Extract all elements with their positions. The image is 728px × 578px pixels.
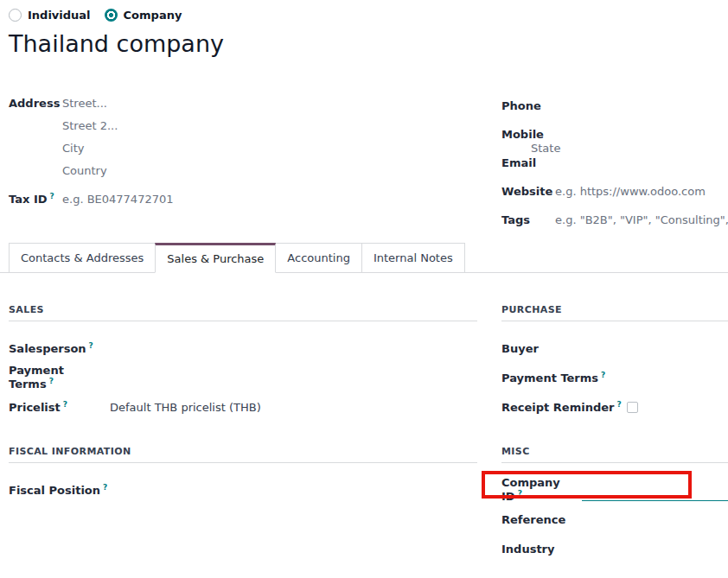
buyer-label: Buyer (501, 342, 539, 355)
pricelist-help-icon: ? (63, 400, 67, 409)
company-radio-icon[interactable] (105, 9, 118, 22)
tags-label: Tags (501, 213, 555, 226)
partner-form: Individual Company Thailand company Addr… (0, 0, 728, 578)
tab-contacts-addresses[interactable]: Contacts & Addresses (9, 243, 156, 273)
email-row: Email (501, 149, 728, 177)
salesperson-help-icon: ? (89, 341, 93, 350)
tab-accounting[interactable]: Accounting (275, 243, 362, 273)
tax-id-label: Tax ID? (9, 192, 62, 206)
salesperson-input[interactable] (110, 342, 477, 355)
purchase-payment-terms-row: Payment Terms? (501, 363, 728, 392)
industry-row: Industry (501, 534, 728, 563)
reference-input[interactable] (565, 513, 728, 526)
pricelist-input[interactable] (110, 401, 477, 414)
individual-radio-icon[interactable] (9, 9, 22, 22)
sales-section-header: SALES (9, 304, 477, 321)
mobile-label: Mobile (501, 128, 555, 141)
street-input[interactable] (62, 97, 477, 110)
website-input[interactable] (555, 185, 728, 198)
company-radio-option[interactable]: Company (105, 9, 182, 22)
fiscal-information-section: FISCAL INFORMATION Fiscal Position? (9, 446, 477, 505)
phone-input[interactable] (555, 99, 728, 112)
salesperson-label: Salesperson? (9, 341, 110, 355)
street-row: Address (9, 92, 477, 114)
sales-payment-terms-row: Payment Terms? (9, 363, 477, 392)
purchase-payment-terms-label: Payment Terms? (501, 371, 605, 384)
company-radio-label[interactable]: Company (124, 9, 182, 22)
country-input[interactable] (62, 164, 477, 177)
misc-section: MISC Company ID? Reference Industry (501, 446, 728, 563)
company-id-row: Company ID? (501, 475, 728, 505)
sales-payment-terms-input[interactable] (110, 372, 477, 384)
sales-section: SALES Salesperson? Payment Terms? Pricel… (9, 304, 477, 422)
website-label: Website (501, 185, 555, 198)
reference-label: Reference (501, 513, 565, 526)
email-input[interactable] (555, 156, 728, 169)
tax-id-help-icon: ? (50, 192, 54, 200)
company-type-radio-group: Individual Company (9, 9, 182, 22)
buyer-input[interactable] (539, 342, 728, 355)
reference-row: Reference (501, 505, 728, 534)
tax-id-row: Tax ID? (9, 187, 477, 210)
pricelist-label: Pricelist? (9, 400, 110, 414)
individual-radio-label[interactable]: Individual (28, 9, 91, 22)
receipt-reminder-row: Receipt Reminder? (501, 392, 728, 422)
street2-row (9, 114, 477, 137)
industry-input[interactable] (555, 543, 728, 556)
sales-payment-terms-label: Payment Terms? (9, 364, 110, 391)
company-id-help-icon: ? (518, 489, 522, 498)
receipt-reminder-checkbox[interactable] (627, 402, 638, 413)
company-id-label: Company ID? (501, 476, 582, 503)
purchase-section-header: PURCHASE (501, 304, 728, 321)
purchase-section: PURCHASE Buyer Payment Terms? Receipt Re… (501, 304, 728, 422)
sales-payment-terms-help-icon: ? (49, 377, 54, 385)
purchase-payment-terms-help-icon: ? (601, 371, 605, 379)
misc-section-header: MISC (501, 446, 728, 463)
industry-label: Industry (501, 543, 555, 556)
fiscal-section-header: FISCAL INFORMATION (9, 446, 477, 463)
individual-radio-option[interactable]: Individual (9, 9, 91, 22)
website-row: Website (501, 177, 728, 206)
street2-input[interactable] (62, 119, 477, 132)
tab-sales-purchase[interactable]: Sales & Purchase (155, 243, 276, 273)
company-id-input[interactable] (582, 479, 728, 501)
city-state-zip-row (9, 137, 477, 159)
tags-row: Tags (501, 206, 728, 234)
mobile-input[interactable] (555, 128, 728, 141)
receipt-reminder-help-icon: ? (616, 400, 621, 409)
notebook-tabs: Contacts & Addresses Sales & Purchase Ac… (0, 243, 728, 273)
fiscal-position-row: Fiscal Position? (9, 475, 477, 505)
tax-id-input[interactable] (62, 193, 477, 206)
salesperson-row: Salesperson? (9, 333, 477, 363)
phone-row: Phone (501, 92, 728, 120)
tags-input[interactable] (555, 213, 728, 226)
contact-block: Phone Mobile Email Website Tags (501, 92, 728, 234)
email-label: Email (501, 156, 555, 169)
phone-label: Phone (501, 99, 555, 112)
mobile-row: Mobile (501, 120, 728, 149)
address-block: Address Tax ID? (9, 92, 477, 210)
country-row (9, 159, 477, 181)
fiscal-position-label: Fiscal Position? (9, 483, 107, 497)
pricelist-row: Pricelist? (9, 392, 477, 422)
buyer-row: Buyer (501, 333, 728, 363)
fiscal-position-input[interactable] (107, 484, 477, 497)
tab-internal-notes[interactable]: Internal Notes (361, 243, 465, 273)
address-label: Address (9, 97, 62, 110)
company-name-field[interactable]: Thailand company (9, 29, 224, 59)
receipt-reminder-label: Receipt Reminder? (501, 400, 622, 414)
city-input[interactable] (62, 142, 531, 155)
